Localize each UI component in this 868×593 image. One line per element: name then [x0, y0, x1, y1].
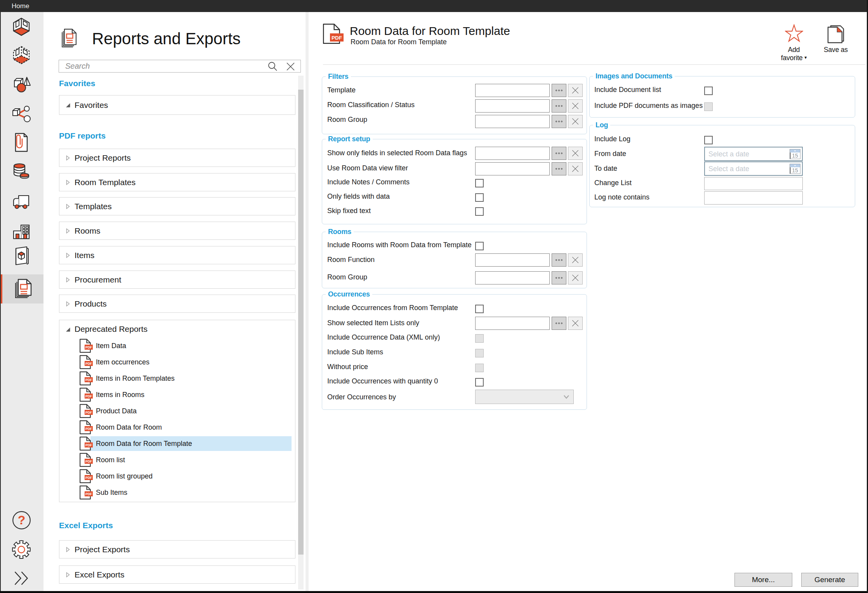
svg-text:PDF: PDF — [85, 492, 92, 496]
svg-text:PDF: PDF — [332, 35, 342, 41]
svg-text:PDF: PDF — [85, 459, 92, 463]
svg-text:PDF: PDF — [85, 476, 92, 480]
svg-text:?: ? — [18, 513, 26, 527]
svg-text:PDF: PDF — [85, 345, 92, 349]
svg-text:PDF: PDF — [85, 443, 92, 447]
svg-text:PDF: PDF — [85, 378, 92, 382]
svg-text:PDF: PDF — [85, 394, 92, 398]
svg-text:PDF: PDF — [85, 427, 92, 431]
svg-text:PDF: PDF — [85, 362, 92, 366]
svg-text:PDF: PDF — [85, 411, 92, 414]
